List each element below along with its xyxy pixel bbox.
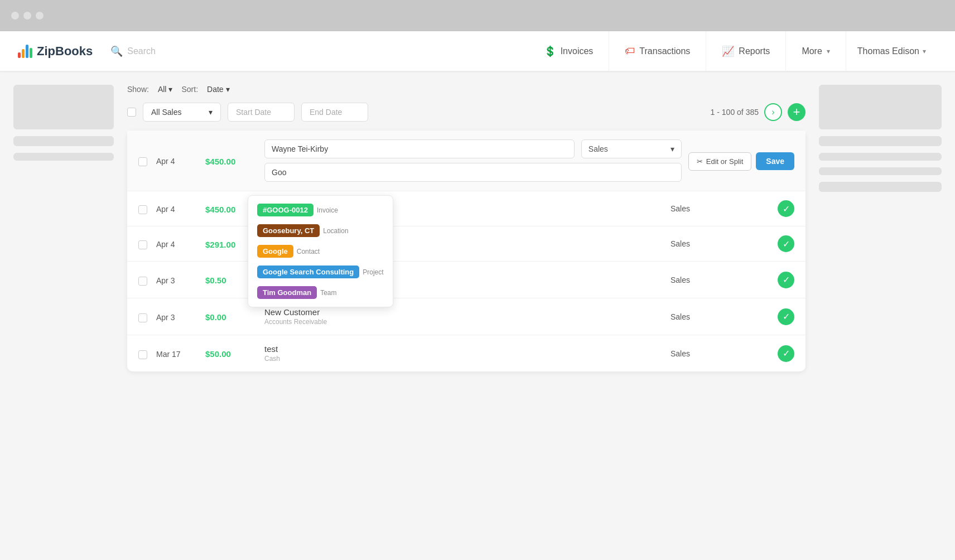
pagination-next-btn[interactable]: › (764, 103, 782, 121)
start-date-input[interactable]: Start Date (228, 103, 295, 122)
nav-item-reports-label: Reports (739, 46, 770, 56)
pagination: 1 - 100 of 385 › + (711, 103, 806, 121)
edit-split-btn[interactable]: ✂ Edit or Split (688, 152, 751, 171)
nav-item-more[interactable]: More ▾ (786, 31, 846, 71)
suggestion-location[interactable]: Goosebury, CT Location (254, 222, 387, 239)
search-placeholder: Search (127, 46, 156, 56)
row-category-text-6: Sales (671, 349, 690, 358)
check-icon-3[interactable]: ✓ (778, 235, 794, 252)
row-category-select-1[interactable]: Sales ▾ (581, 139, 682, 158)
all-sales-label: All Sales (151, 108, 181, 117)
search-text-input-1[interactable] (264, 163, 682, 182)
row-date-3: Apr 4 (156, 240, 201, 249)
reports-icon: 📈 (722, 45, 734, 57)
suggestion-contact[interactable]: Google Contact (254, 243, 387, 260)
row-checkbox-3[interactable] (138, 240, 147, 249)
table-row: Mar 17 $50.00 test Cash Sales ✓ (127, 335, 806, 371)
traffic-lights (11, 12, 44, 20)
nav-item-transactions[interactable]: 🏷 Transactions (609, 31, 706, 71)
sales-dropdown-icon: ▾ (209, 108, 213, 117)
row-date-6: Mar 17 (156, 350, 201, 359)
end-date-input[interactable]: End Date (301, 103, 368, 122)
table-row: Apr 3 $0.00 New Customer Accounts Receiv… (127, 298, 806, 335)
table-row: Apr 4 $450.00 Sales ▾ (127, 131, 806, 191)
nav-user[interactable]: Thomas Edison ▾ (846, 46, 937, 56)
row-inputs-1: Sales ▾ (264, 139, 682, 158)
table-controls: All Sales ▾ Start Date End Date 1 - 100 … (127, 103, 806, 122)
row-amount-1: $450.00 (205, 157, 255, 166)
right-sidebar-block-2 (819, 136, 942, 146)
row-checkbox-6[interactable] (138, 350, 147, 359)
all-sales-dropdown[interactable]: All Sales ▾ (143, 103, 221, 122)
suggestion-invoice[interactable]: #GOOG-0012 Invoice (254, 201, 387, 219)
row-amount-5: $0.00 (205, 312, 255, 322)
row-main-1: Sales ▾ (264, 139, 682, 182)
row-checkbox-1[interactable] (138, 157, 147, 166)
row-text-sub-5: Accounts Receivable (264, 318, 664, 326)
row-text-name-6: test (264, 344, 664, 354)
table-row: Apr 4 $291.00 Sales ✓ (127, 226, 806, 262)
row-text-name-5: New Customer (264, 307, 664, 317)
nav-item-transactions-label: Transactions (639, 46, 690, 56)
check-icon-6[interactable]: ✓ (778, 345, 794, 362)
row-name-input-1[interactable] (264, 139, 575, 158)
table-row: Apr 4 $450.00 Sales ✓ (127, 191, 806, 226)
nav-item-invoices[interactable]: 💲 Invoices (528, 31, 610, 71)
check-icon-4[interactable]: ✓ (778, 272, 794, 288)
start-date-placeholder: Start Date (236, 108, 271, 117)
end-date-placeholder: End Date (310, 108, 342, 117)
right-sidebar (819, 85, 942, 547)
suggestion-badge-contact: Google (257, 245, 293, 258)
suggestion-type-project: Project (363, 268, 383, 276)
save-btn[interactable]: Save (756, 152, 794, 170)
select-all-checkbox[interactable] (127, 108, 136, 117)
more-chevron-icon: ▾ (827, 47, 830, 55)
row-date-1: Apr 4 (156, 157, 201, 166)
right-sidebar-block-3 (819, 153, 942, 161)
right-sidebar-block-4 (819, 167, 942, 175)
nav-item-reports[interactable]: 📈 Reports (706, 31, 786, 71)
traffic-light-close[interactable] (11, 12, 19, 20)
traffic-light-minimize[interactable] (23, 12, 31, 20)
row-category-4: Sales (671, 275, 771, 285)
logo-text: ZipBooks (37, 44, 93, 59)
right-sidebar-block-1 (819, 85, 942, 129)
add-icon: + (793, 105, 800, 119)
logo[interactable]: ZipBooks (18, 44, 93, 59)
suggestion-badge-project: Google Search Consulting (257, 265, 359, 278)
row-category-5: Sales (671, 312, 771, 322)
row-category-text-3: Sales (671, 239, 690, 248)
logo-bar-1 (18, 52, 21, 58)
sidebar-block-2 (13, 136, 114, 146)
show-value: All (158, 85, 167, 94)
invoices-icon: 💲 (544, 45, 556, 57)
logo-bar-4 (30, 48, 32, 58)
table-row: Apr 3 $0.50 New Customer Accounts Receiv… (127, 262, 806, 298)
row-checkbox-4[interactable] (138, 277, 147, 286)
category-chevron-icon: ▾ (671, 144, 674, 153)
row-category-text-2: Sales (671, 204, 690, 213)
transactions-icon: 🏷 (625, 45, 635, 57)
add-transaction-btn[interactable]: + (788, 103, 806, 121)
check-icon-5[interactable]: ✓ (778, 308, 794, 325)
row-category-text-5: Sales (671, 312, 690, 321)
row-checkbox-2[interactable] (138, 205, 147, 214)
title-bar (0, 0, 955, 31)
suggestion-type-location: Location (323, 227, 348, 235)
search-box[interactable]: 🔍 Search (110, 45, 156, 57)
filter-bar: Show: All ▾ Sort: Date ▾ (127, 85, 806, 94)
row-checkbox-5[interactable] (138, 313, 147, 322)
row-category-2: Sales (671, 204, 771, 214)
row-category-6: Sales (671, 349, 771, 359)
sort-filter[interactable]: Date ▾ (207, 85, 230, 94)
show-filter[interactable]: All ▾ (158, 85, 173, 94)
suggestion-team[interactable]: Tim Goodman Team (254, 284, 387, 301)
check-icon-2[interactable]: ✓ (778, 200, 794, 217)
sort-label: Sort: (181, 85, 198, 94)
suggestion-project[interactable]: Google Search Consulting Project (254, 263, 387, 281)
suggestion-type-contact: Contact (297, 248, 320, 255)
user-name: Thomas Edison (857, 46, 919, 56)
content-area: Show: All ▾ Sort: Date ▾ All Sales ▾ (0, 71, 955, 560)
sidebar-block-1 (13, 85, 114, 129)
traffic-light-maximize[interactable] (36, 12, 44, 20)
